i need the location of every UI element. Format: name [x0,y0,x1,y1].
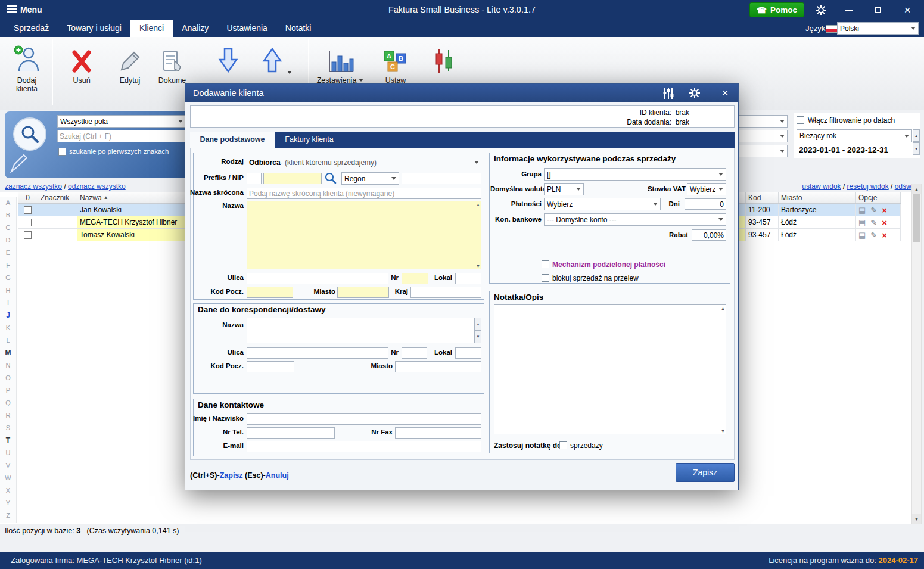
header-marker[interactable]: Znacznik [38,192,77,203]
alphabet-letter-k[interactable]: K [0,322,16,334]
koresp-nazwa-textarea[interactable] [247,318,475,343]
menu-item-notatki[interactable]: Notatki [276,20,321,37]
menu-item-towary-i-usługi[interactable]: Towary i usługi [58,20,130,37]
scroll-down-icon[interactable]: ▼ [912,514,921,524]
konto-select[interactable]: --- Domyślne konto --- [544,213,726,226]
scroll-up-icon[interactable]: ▲ [912,184,921,194]
vat-select[interactable]: Wybierz [687,183,726,195]
ulica-input[interactable] [247,273,388,284]
set-view-link[interactable]: ustaw widok [802,182,841,191]
row-checkbox[interactable] [24,231,32,239]
alphabet-letter-j[interactable]: J [0,309,16,322]
menu-item-klienci[interactable]: Klienci [130,20,173,37]
grupa-select[interactable]: [] [544,168,726,181]
miasto-input[interactable] [337,287,389,298]
menu-item-ustawienia[interactable]: Ustawienia [217,20,276,37]
date-filter-checkbox[interactable] [797,116,804,124]
nazwa-skrocona-input[interactable] [247,188,481,199]
koresp-miasto-input[interactable] [395,361,481,372]
alphabet-letter-f[interactable]: F [0,259,16,272]
maximize-button[interactable] [869,3,886,17]
note-apply-checkbox[interactable] [559,441,567,449]
settings-gear-icon[interactable] [815,4,827,16]
select-all-link[interactable]: zaznacz wszystko [5,182,62,191]
kraj-input[interactable] [410,287,481,298]
vertical-scrollbar[interactable]: ▲ ▼ [911,184,922,524]
help-button[interactable]: ☎ Pomoc [749,2,804,17]
language-select[interactable]: Polski [837,22,919,35]
alphabet-letter-g[interactable]: G [0,272,16,284]
split-payment-label[interactable]: Mechanizm podzielonej płatności [552,260,665,269]
row-edit-icon[interactable]: ✎ [870,231,877,239]
regon-input[interactable] [402,173,481,184]
save-button[interactable]: Zapisz [676,463,735,482]
delete-button[interactable]: Usuń [57,39,106,107]
fax-input[interactable] [395,427,481,439]
alphabet-letter-r[interactable]: R [0,409,16,422]
koresp-lokal-input[interactable] [455,347,481,359]
block-transfer-label[interactable]: blokuj sprzedaż na przelew [552,274,639,282]
prefiks-input[interactable] [247,173,262,184]
row-edit-icon[interactable]: ✎ [870,219,877,226]
header-kod[interactable]: Kod [746,192,779,203]
scroll-down-icon[interactable]: ▼ [476,264,480,268]
koresp-spin-down[interactable]: ▼ [475,330,481,343]
alphabet-letter-c[interactable]: C [0,222,16,234]
scroll-up-icon[interactable]: ▲ [721,306,725,310]
alphabet-letter-b[interactable]: B [0,209,16,222]
search-input[interactable] [57,130,186,142]
platnosci-select[interactable]: Wybierz [544,198,661,210]
reset-view-link[interactable]: resetuj widok [847,182,889,191]
alphabet-letter-u[interactable]: U [0,447,16,459]
nazwa-textarea[interactable] [247,201,481,269]
add-client-button[interactable]: Dodaj klienta [4,39,50,107]
alphabet-letter-o[interactable]: O [0,372,16,384]
alphabet-letter-i[interactable]: I [0,297,16,309]
row-edit-icon[interactable]: ✎ [870,206,877,214]
rodzaj-select[interactable]: Odbiorca - (klient któremu sprzedajemy) [247,156,481,169]
scroll-up-icon[interactable]: ▲ [476,203,480,207]
block-transfer-checkbox[interactable] [542,274,549,282]
nip-input[interactable] [263,173,322,184]
deselect-all-link[interactable]: odznacz wszystko [68,182,126,191]
lokal-input[interactable] [455,273,481,284]
alphabet-letter-w[interactable]: W [0,472,16,484]
header-miasto[interactable]: Miasto [779,192,856,203]
dialog-title-bar[interactable]: Dodawanie klienta × [185,84,738,102]
split-payment-checkbox[interactable] [542,260,549,268]
nip-search-icon[interactable] [325,172,337,186]
edit-button[interactable]: Edytuj [111,39,149,107]
alphabet-letter-l[interactable]: L [0,334,16,347]
row-checkbox[interactable] [24,219,32,226]
note-apply-option[interactable]: sprzedaży [570,441,603,450]
dialog-close-icon[interactable]: × [714,84,736,102]
koresp-spin-up[interactable]: ▲ [475,318,481,331]
alphabet-letter-d[interactable]: D [0,234,16,247]
dialog-gear-icon[interactable] [689,87,701,101]
tab-faktury-klienta[interactable]: Faktury klienta [275,132,344,148]
email-input[interactable] [247,441,481,452]
alphabet-letter-s[interactable]: S [0,422,16,434]
first-chars-checkbox[interactable] [58,148,66,156]
row-delete-icon[interactable]: × [882,231,887,240]
dni-input[interactable] [685,198,726,210]
alphabet-letter-n[interactable]: N [0,359,16,372]
rabat-input[interactable] [692,229,726,241]
koresp-nr-input[interactable] [402,347,427,359]
waluta-select[interactable]: PLN [544,183,584,195]
date-range-select[interactable]: Bieżący rok [797,129,912,142]
alphabet-letter-y[interactable]: Y [0,497,16,509]
scroll-down-icon[interactable]: ▼ [721,429,725,433]
tab-dane-podstawowe[interactable]: Dane podstawowe [190,132,275,148]
alphabet-letter-e[interactable]: E [0,247,16,259]
sliders-icon[interactable] [662,87,675,102]
search-scope-select[interactable]: Wszystkie pola [57,115,186,128]
row-details-icon[interactable]: ▤ [858,231,866,239]
alphabet-letter-a[interactable]: A [0,197,16,209]
row-delete-icon[interactable]: × [882,218,887,227]
save-link[interactable]: Zapisz [220,471,243,480]
alphabet-letter-q[interactable]: Q [0,397,16,409]
menu-item-analizy[interactable]: Analizy [173,20,217,37]
date-spin-down[interactable]: ▼ [913,142,920,155]
first-chars-label[interactable]: szukanie po pierwszych znakach [69,148,169,155]
